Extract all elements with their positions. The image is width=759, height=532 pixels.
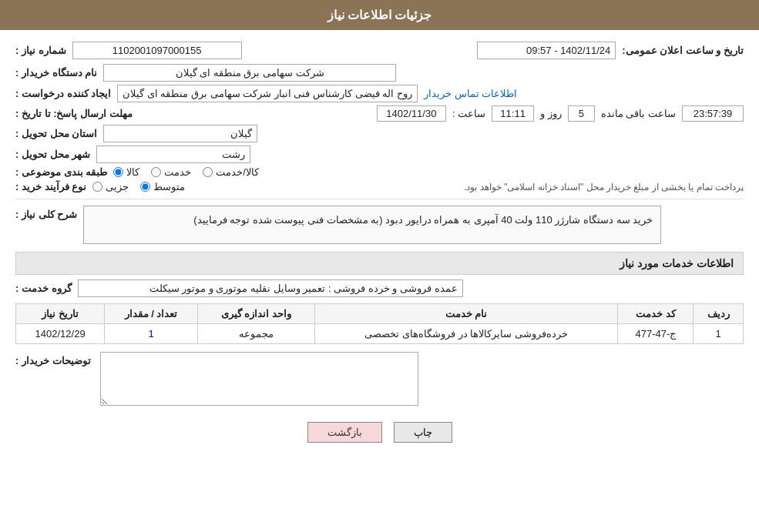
jozi-label: جزیی [106, 181, 129, 192]
description-value: خرید سه دستگاه شارژر 110 ولت 40 آمپری به… [83, 206, 661, 244]
request-number-label: شماره نیاز : [15, 45, 66, 56]
cell-code: ج-47-477 [618, 324, 694, 344]
motavaset-label: متوسط [153, 181, 185, 192]
request-number-value: 1102001097000155 [72, 42, 242, 59]
announce-date-value: 1402/11/24 - 09:57 [477, 42, 616, 59]
deadline-date: 1402/11/30 [377, 105, 446, 122]
khedmat-label: خدمت [164, 166, 191, 178]
buyer-org-label: نام دستگاه خریدار : [15, 67, 97, 79]
jozi-radio[interactable] [92, 182, 102, 192]
deadline-time-label: ساعت : [452, 108, 485, 119]
col-code: کد خدمت [618, 304, 694, 324]
category-label: طبقه بندی موضوعی : [15, 166, 107, 178]
buyer-org-value: شرکت سهامی برق منطقه ای گیلان [103, 64, 396, 82]
buyer-desc-textarea[interactable] [100, 352, 419, 406]
process-radio-group: متوسط جزیی [92, 181, 185, 192]
province-label: استان محل تحویل : [15, 128, 97, 139]
kala-khedmat-label: کالا/خدمت [216, 166, 259, 178]
buyer-desc-label: توضیحات خریدار : [15, 352, 94, 366]
deadline-time: 11:11 [492, 105, 534, 122]
service-group-label: گروه خدمت : [15, 283, 72, 294]
col-name: نام خدمت [314, 304, 618, 324]
description-label: شرح کلی نیاز : [15, 206, 77, 220]
page-title: جزئیات اطلاعات نیاز [0, 0, 759, 30]
kala-label: کالا [126, 166, 139, 178]
col-date: تاریخ نیاز [16, 304, 105, 324]
cell-qty: 1 [105, 324, 198, 344]
service-group-value: عمده فروشی و خرده فروشی : تعمیر وسایل نق… [78, 279, 463, 297]
city-label: شهر محل تحویل : [15, 149, 90, 160]
kala-radio[interactable] [113, 167, 123, 177]
separator-1 [15, 199, 744, 199]
motavaset-radio[interactable] [140, 182, 150, 192]
process-note: پرداخت تمام یا بخشی از مبلغ خریدار محل "… [464, 182, 744, 192]
col-qty: تعداد / مقدار [105, 304, 198, 324]
cell-date: 1402/12/29 [16, 324, 105, 344]
deadline-days: 5 [568, 105, 595, 122]
category-radio-group: کالا/خدمت خدمت کالا [113, 166, 259, 178]
services-section-label: اطلاعات خدمات مورد نیاز [15, 252, 744, 275]
khedmat-radio[interactable] [151, 167, 161, 177]
process-label: نوع فرآیند خرید : [15, 181, 86, 192]
table-row: 1 ج-47-477 خرده‌فروشی سایرکالاها در فروش… [16, 324, 744, 344]
print-button[interactable]: چاپ [394, 422, 452, 443]
announce-date-label: تاریخ و ساعت اعلان عمومی: [622, 45, 744, 56]
cell-radif: 1 [694, 324, 744, 344]
deadline-label: مهلت ارسال پاسخ: تا تاریخ : [15, 108, 133, 119]
deadline-days-label: روز و [540, 108, 562, 119]
requester-label: ایجاد کننده درخواست : [15, 88, 111, 99]
province-value: گیلان [103, 125, 257, 142]
cell-unit: مجموعه [197, 324, 314, 344]
back-button[interactable]: بازگشت [307, 422, 382, 443]
city-value: رشت [96, 146, 250, 163]
deadline-remaining: 23:57:39 [682, 105, 744, 122]
requester-link[interactable]: اطلاعات تماس خریدار [424, 88, 517, 99]
kala-khedmat-radio[interactable] [203, 167, 213, 177]
services-table: ردیف کد خدمت نام خدمت واحد اندازه گیری ت… [15, 303, 744, 344]
buttons-row: چاپ بازگشت [15, 422, 744, 443]
cell-name: خرده‌فروشی سایرکالاها در فروشگاه‌های تخص… [314, 324, 618, 344]
col-unit: واحد اندازه گیری [197, 304, 314, 324]
col-radif: ردیف [694, 304, 744, 324]
deadline-remaining-label: ساعت باقی مانده [601, 108, 676, 119]
requester-value: روح اله فیضی کارشناس فنی انبار شرکت سهام… [117, 85, 418, 102]
